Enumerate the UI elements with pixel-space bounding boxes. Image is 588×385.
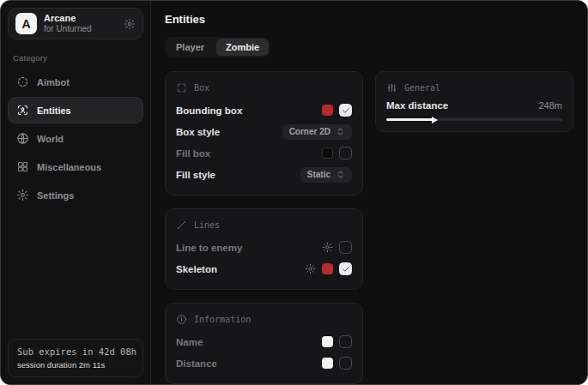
sidebar-item-label: Miscellaneous [37,162,101,172]
row-label: Fill style [176,170,215,180]
color-swatch[interactable] [322,147,333,159]
right-column: General Max distance 248m [375,71,573,132]
checkbox[interactable] [339,357,352,370]
row-label: Max distance [386,100,448,111]
row-max-distance: Max distance 248m [386,100,562,111]
info-icon [176,314,187,325]
checkbox[interactable] [339,262,352,275]
unfold-icon [336,170,345,179]
general-section-header: General [386,82,562,93]
sidebar-item-miscellaneous[interactable]: Miscellaneous [8,153,143,180]
row-settings-icon[interactable] [322,242,333,253]
sidebar-item-label: World [37,134,64,144]
dropdown-value: Static [307,170,330,179]
row-fill-box: Fill box [176,143,352,163]
tab-zombie[interactable]: Zombie [216,39,269,56]
sidebar-item-aimbot[interactable]: Aimbot [8,69,143,95]
session-duration-text: session duration 2m 11s [17,360,134,370]
box-section-header: Box [176,82,352,93]
subscription-box: Sub expires in 42d 08h session duration … [8,339,143,377]
section-title: Information [194,315,251,324]
gear-icon [16,189,29,202]
box-corners-icon [176,82,187,93]
unfold-icon [336,127,345,136]
lines-section-header: Lines [176,220,352,231]
slider-fill [386,118,434,121]
slider-thumb[interactable] [432,117,438,123]
row-box-style: Box style Corner 2D [176,122,352,141]
row-skeleton: Skeleton [176,259,352,279]
row-label: Name [176,337,203,347]
row-label: Skeleton [176,264,217,274]
checkbox[interactable] [339,104,352,117]
row-settings-icon[interactable] [305,263,316,274]
app-logo: A [15,13,37,34]
checkbox[interactable] [339,147,352,159]
max-distance-value: 248m [538,100,562,111]
app-subtitle: for Unturned [44,24,92,34]
crosshair-icon [16,75,29,88]
row-name: Name [176,332,352,352]
sidebar-item-label: Entities [37,105,71,116]
sliders-icon [386,82,397,93]
section-title: Box [194,83,209,93]
sidebar-item-settings[interactable]: Settings [8,182,143,208]
dropdown-value: Corner 2D [289,127,330,136]
main-content: Entities Player Zombie Box Bounding box [151,1,587,384]
row-bounding-box: Bounding box [176,100,352,120]
row-line-to-enemy: Line to enemy [176,238,352,257]
grid-icon [16,160,29,173]
section-title: Lines [194,220,220,230]
section-title: General [404,83,440,93]
fill-style-dropdown[interactable]: Static [300,167,352,183]
app-header: A Arcane for Unturned [8,8,143,39]
sub-expiry-text: Sub expires in 42d 08h [17,346,134,357]
checkbox[interactable] [339,241,352,254]
globe-icon [16,132,29,145]
color-swatch[interactable] [322,263,333,274]
entity-scan-icon [16,104,29,117]
color-swatch[interactable] [322,105,333,116]
color-swatch[interactable] [322,336,333,347]
max-distance-slider[interactable] [386,118,562,121]
box-style-dropdown[interactable]: Corner 2D [282,124,352,140]
row-fill-style: Fill style Static [176,165,352,184]
page-title: Entities [165,13,573,26]
row-label: Distance [176,358,217,369]
information-card: Information Name Distance [165,303,363,384]
sidebar-nav: Aimbot Entities World Miscellaneous [8,69,143,208]
diagonal-line-icon [176,220,187,231]
checkbox[interactable] [339,335,352,348]
general-card: General Max distance 248m [375,71,573,132]
row-label: Line to enemy [176,243,242,253]
left-column: Box Bounding box Box style [165,71,363,384]
sidebar-item-label: Aimbot [37,77,70,87]
row-label: Box style [176,127,220,137]
app-title-block: Arcane for Unturned [44,13,92,33]
tab-player[interactable]: Player [167,39,214,56]
category-label: Category [13,53,138,63]
sidebar-item-entities[interactable]: Entities [8,97,143,123]
card-columns: Box Bounding box Box style [165,71,573,384]
sidebar-item-world[interactable]: World [8,125,143,152]
box-card: Box Bounding box Box style [165,71,363,196]
sidebar-item-label: Settings [37,190,74,201]
entity-tabs: Player Zombie [165,37,270,57]
information-section-header: Information [176,314,352,325]
row-label: Fill box [176,148,210,159]
row-label: Bounding box [176,105,242,116]
row-distance: Distance [176,353,352,373]
header-gear-icon[interactable] [124,18,136,30]
lines-card: Lines Line to enemy [165,208,363,290]
app-name: Arcane [44,13,92,24]
app-window: A Arcane for Unturned Category Aimbot [0,0,588,385]
color-swatch[interactable] [322,358,333,369]
sidebar: A Arcane for Unturned Category Aimbot [1,1,151,384]
